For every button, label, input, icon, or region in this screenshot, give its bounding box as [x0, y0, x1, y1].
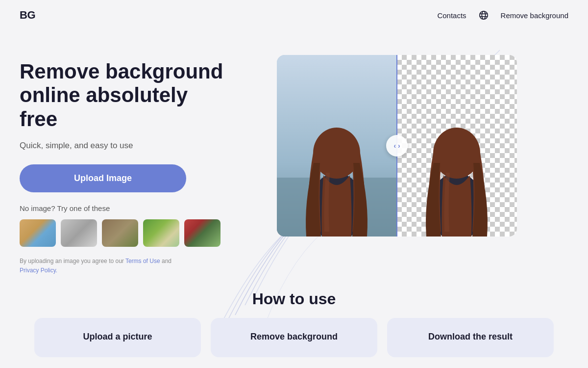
how-to-title: How to use — [20, 290, 568, 308]
how-to-section: How to use Upload a picture Remove backg… — [0, 275, 588, 357]
how-to-card-2: Remove background — [211, 318, 377, 357]
navbar: BG Contacts Remove background — [0, 0, 588, 30]
hero-title: Remove background online absolutely free — [20, 60, 225, 131]
demo-right-girl-cutout — [397, 55, 517, 237]
demo-image-container: ‹ › — [277, 55, 517, 237]
how-to-card-1-label: Upload a picture — [83, 332, 152, 342]
slider-arrows-icon: ‹ › — [393, 142, 400, 150]
terms-text: By uploading an image you agree to our T… — [20, 257, 225, 275]
nav-remove-background-link[interactable]: Remove background — [501, 11, 568, 20]
nav-right: Contacts Remove background — [437, 10, 568, 21]
sample-image-3[interactable] — [102, 219, 138, 247]
hero-subtitle: Quick, simple, and easy to use — [20, 141, 225, 151]
globe-icon[interactable] — [478, 10, 489, 21]
demo-right-transparent — [397, 55, 517, 237]
sample-image-5[interactable] — [184, 219, 220, 247]
main-content: Remove background online absolutely free… — [0, 30, 588, 275]
how-to-card-1: Upload a picture — [34, 318, 201, 357]
sample-image-2[interactable] — [61, 219, 97, 247]
logo: BG — [20, 9, 35, 22]
how-to-card-3-label: Download the result — [428, 332, 513, 342]
upload-image-button[interactable]: Upload Image — [20, 164, 186, 192]
svg-point-0 — [479, 11, 488, 20]
left-panel: Remove background online absolutely free… — [20, 50, 225, 275]
terms-of-use-link[interactable]: Terms of Use — [125, 258, 160, 264]
no-image-text: No image? Try one of these — [20, 204, 225, 212]
contacts-link[interactable]: Contacts — [437, 11, 466, 20]
how-to-card-3: Download the result — [387, 318, 554, 357]
sample-image-4[interactable] — [143, 219, 179, 247]
demo-left-original — [277, 55, 397, 237]
how-to-cards: Upload a picture Remove background Downl… — [20, 318, 568, 357]
terms-prefix: By uploading an image you agree to our — [20, 258, 125, 264]
sample-image-1[interactable] — [20, 219, 56, 247]
sample-images — [20, 219, 225, 247]
privacy-policy-link[interactable]: Privacy Policy. — [20, 267, 57, 274]
how-to-card-2-label: Remove background — [250, 332, 338, 342]
svg-point-1 — [482, 11, 485, 20]
slider-handle[interactable]: ‹ › — [386, 135, 408, 157]
right-panel: ‹ › — [225, 50, 568, 275]
terms-and: and — [160, 258, 172, 264]
